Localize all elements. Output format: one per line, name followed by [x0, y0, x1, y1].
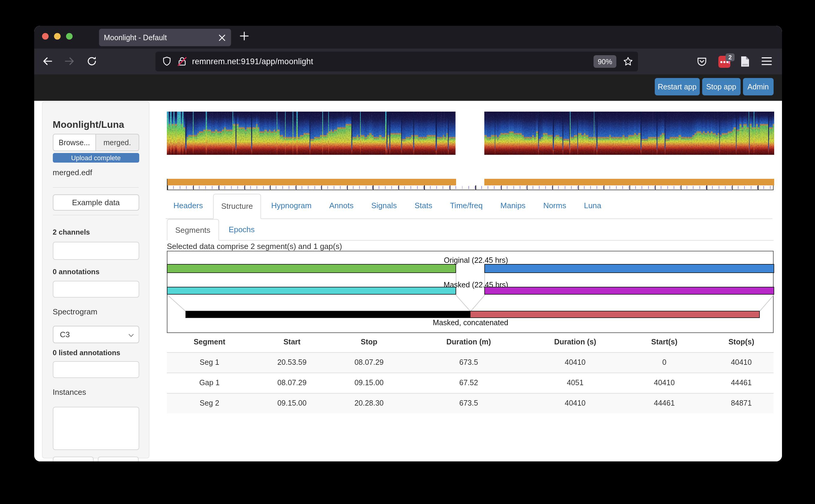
svg-text:2: 2: [728, 54, 731, 61]
